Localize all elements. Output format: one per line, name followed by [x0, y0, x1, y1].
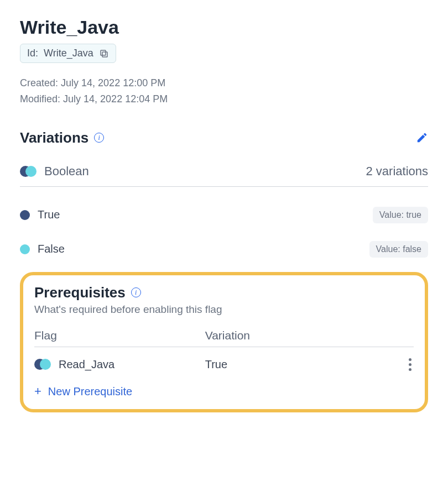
info-icon[interactable]: i — [94, 133, 104, 143]
created-label: Created: — [20, 77, 58, 88]
dot-icon — [20, 210, 30, 220]
plus-icon: + — [34, 385, 41, 397]
variation-type-row: Boolean 2 variations — [20, 159, 428, 187]
variation-label: True — [38, 208, 60, 221]
page-title: Write_Java — [20, 17, 428, 38]
variation-label: False — [38, 243, 65, 255]
boolean-icon — [34, 359, 51, 370]
new-prerequisite-button[interactable]: + New Prerequisite — [34, 385, 132, 398]
variation-item: True Value: true — [20, 198, 428, 232]
prerequisites-subheading: What's required before enabling this fla… — [34, 303, 414, 316]
variation-value-badge: Value: true — [373, 207, 428, 223]
modified-value: July 14, 2022 12:04 PM — [63, 93, 168, 104]
prerequisite-flag-name: Read_Java — [59, 358, 114, 371]
modified-label: Modified: — [20, 93, 60, 104]
modified-line: Modified: July 14, 2022 12:04 PM — [20, 91, 428, 107]
variation-count: 2 variations — [366, 164, 428, 179]
svg-rect-0 — [102, 52, 107, 57]
new-prerequisite-label: New Prerequisite — [48, 385, 132, 398]
id-chip[interactable]: Id: Write_Java — [20, 44, 116, 63]
col-header-variation: Variation — [205, 329, 376, 342]
kebab-menu-icon[interactable] — [407, 356, 414, 373]
variation-item: False Value: false — [20, 232, 428, 266]
svg-rect-1 — [101, 50, 106, 55]
variations-header: Variations i — [20, 129, 428, 146]
variation-type: Boolean — [44, 164, 89, 179]
id-label: Id: — [27, 48, 38, 59]
dot-icon — [20, 244, 30, 254]
col-header-flag: Flag — [34, 329, 205, 342]
edit-variations-button[interactable] — [416, 132, 428, 144]
variation-value-badge: Value: false — [369, 241, 428, 258]
created-value: July 14, 2022 12:00 PM — [61, 77, 165, 88]
created-line: Created: July 14, 2022 12:00 PM — [20, 75, 428, 91]
copy-icon[interactable] — [99, 49, 109, 59]
prerequisite-row: Read_Java True — [34, 347, 414, 378]
prerequisites-table-header: Flag Variation — [34, 329, 414, 347]
id-value: Write_Java — [44, 48, 93, 59]
prerequisites-heading: Prerequisites — [34, 284, 126, 301]
variations-heading: Variations — [20, 129, 88, 146]
boolean-icon — [20, 166, 37, 177]
meta-block: Created: July 14, 2022 12:00 PM Modified… — [20, 75, 428, 107]
info-icon[interactable]: i — [131, 287, 141, 297]
prerequisites-section: Prerequisites i What's required before e… — [20, 272, 428, 412]
prerequisites-header: Prerequisites i — [34, 284, 414, 301]
prerequisite-variation: True — [205, 358, 376, 371]
